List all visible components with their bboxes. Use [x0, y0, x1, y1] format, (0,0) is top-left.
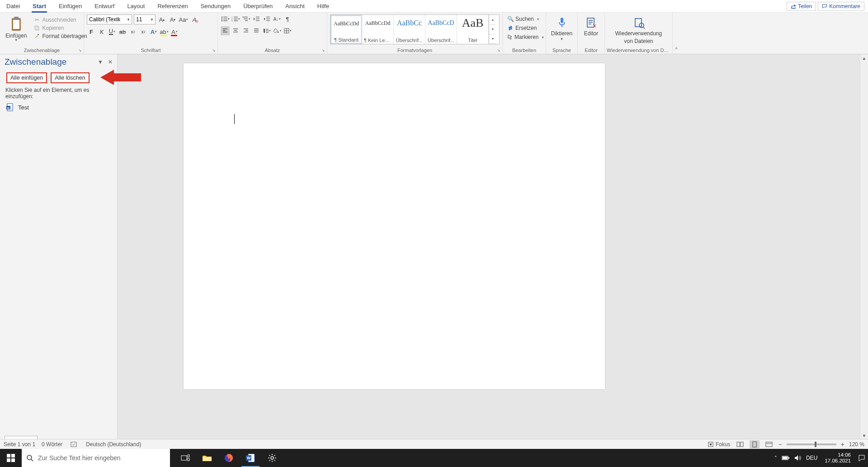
replace-icon: [507, 25, 514, 31]
focus-mode-button[interactable]: Fokus: [708, 441, 731, 448]
paste-all-button[interactable]: Alle einfügen: [6, 72, 47, 83]
tab-layout[interactable]: Layout: [121, 0, 151, 13]
zoom-out-button[interactable]: −: [778, 441, 782, 448]
taskbar-explorer[interactable]: [196, 449, 218, 467]
tab-ueberpruefen[interactable]: Überprüfen: [237, 0, 279, 13]
status-page[interactable]: Seite 1 von 1: [4, 441, 35, 448]
status-language[interactable]: Deutsch (Deutschland): [86, 441, 141, 448]
pane-close-button[interactable]: ✕: [106, 58, 114, 66]
numbering-button[interactable]: 123: [231, 14, 240, 24]
read-mode-button[interactable]: [735, 440, 745, 448]
decrease-indent-button[interactable]: [252, 14, 261, 24]
start-button[interactable]: [0, 449, 22, 467]
font-name-combo[interactable]: Calibri (Textk ▼: [87, 14, 132, 24]
tab-sendungen[interactable]: Sendungen: [194, 0, 237, 13]
grow-font-button[interactable]: A▴: [157, 15, 166, 24]
share-button[interactable]: Teilen: [787, 2, 816, 11]
find-button[interactable]: 🔍 Suchen ▼: [505, 15, 543, 23]
align-center-button[interactable]: [231, 26, 240, 35]
collapse-ribbon-button[interactable]: ^: [673, 13, 680, 54]
multilevel-list-button[interactable]: [241, 14, 250, 24]
reuse-files-button[interactable]: Wiederverwendung von Dateien: [608, 14, 670, 46]
shrink-font-button[interactable]: A▾: [168, 15, 177, 24]
editor-button[interactable]: Editor: [580, 14, 602, 38]
justify-button[interactable]: [252, 26, 261, 35]
paste-button[interactable]: Einfügen ▼: [3, 14, 29, 44]
style-no-spacing[interactable]: AaBbCcDd ¶ Kein Lee...: [362, 15, 394, 44]
zoom-in-button[interactable]: +: [841, 441, 844, 448]
document-surface[interactable]: [118, 54, 860, 451]
zoom-slider[interactable]: [787, 443, 836, 445]
volume-icon[interactable]: [794, 455, 802, 461]
tab-ansicht[interactable]: Ansicht: [279, 0, 311, 13]
taskbar-word[interactable]: W: [240, 449, 261, 467]
clear-all-button[interactable]: Alle löschen: [51, 72, 89, 83]
input-language[interactable]: DEU: [806, 455, 817, 461]
select-button[interactable]: Markieren ▼: [505, 33, 543, 41]
clear-formatting-button[interactable]: A⊘: [190, 15, 199, 24]
document-page[interactable]: [184, 63, 605, 389]
taskbar-firefox[interactable]: [218, 449, 240, 467]
styles-gallery[interactable]: AaBbCcDd ¶ Standard AaBbCcDd ¶ Kein Lee.…: [330, 14, 500, 44]
borders-button[interactable]: [283, 26, 292, 35]
pane-options-dropdown[interactable]: ▼: [96, 58, 104, 66]
italic-button[interactable]: K: [97, 27, 106, 36]
status-words[interactable]: 0 Wörter: [42, 441, 62, 448]
status-zoom[interactable]: 120 %: [849, 441, 864, 448]
tab-entwurf[interactable]: Entwurf: [88, 0, 121, 13]
align-left-button[interactable]: [221, 26, 230, 35]
paragraph-launcher[interactable]: ↘: [321, 48, 326, 53]
taskbar-settings[interactable]: [261, 449, 283, 467]
strikethrough-button[interactable]: ab: [118, 27, 127, 36]
styles-scroll[interactable]: ▴ ▾ ▾: [489, 15, 496, 44]
tray-chevron-up-icon[interactable]: ˄: [774, 455, 777, 461]
style-heading1[interactable]: AaBbCc Überschrif...: [394, 15, 425, 44]
group-paragraph: 123 A↓ ¶ Absatz ↘: [218, 13, 327, 54]
spellcheck-icon[interactable]: [69, 441, 80, 448]
superscript-button[interactable]: x2: [139, 27, 148, 36]
underline-button[interactable]: U: [108, 27, 117, 36]
increase-indent-button[interactable]: [262, 14, 271, 24]
print-layout-button[interactable]: [750, 440, 760, 448]
battery-icon[interactable]: [782, 455, 790, 461]
tab-referenzen[interactable]: Referenzen: [151, 0, 194, 13]
tab-start[interactable]: Start: [26, 0, 52, 13]
bold-button[interactable]: F: [87, 27, 96, 36]
scroll-up-icon[interactable]: ▲: [860, 54, 868, 62]
tab-einfuegen[interactable]: Einfügen: [52, 0, 88, 13]
show-marks-button[interactable]: ¶: [283, 14, 292, 24]
sort-button[interactable]: A↓: [273, 14, 282, 24]
dictate-button[interactable]: Diktieren ▼: [549, 14, 575, 43]
highlight-color-button[interactable]: ab: [160, 27, 169, 36]
taskbar-search[interactable]: Zur Suche Text hier eingeben: [22, 449, 170, 467]
replace-button[interactable]: Ersetzen: [505, 24, 543, 32]
style-heading2[interactable]: AaBbCcD Überschrif...: [425, 15, 457, 44]
font-color-button[interactable]: A: [170, 27, 179, 36]
web-layout-button[interactable]: [764, 440, 774, 448]
font-size-combo[interactable]: 11 ▼: [134, 14, 156, 24]
subscript-button[interactable]: x2: [128, 27, 137, 36]
notifications-icon[interactable]: [858, 454, 865, 462]
styles-launcher[interactable]: ↘: [496, 48, 501, 53]
styles-more-icon[interactable]: ▾: [489, 34, 496, 44]
format-painter-button[interactable]: Format übertragen: [32, 33, 89, 40]
bullets-button[interactable]: [221, 14, 230, 24]
comments-button[interactable]: Kommentare: [818, 2, 864, 11]
clipboard-launcher[interactable]: ↘: [77, 48, 83, 53]
tab-hilfe[interactable]: Hilfe: [311, 0, 335, 13]
tab-datei[interactable]: Datei: [0, 0, 26, 13]
font-launcher[interactable]: ↘: [211, 48, 217, 53]
vertical-scrollbar[interactable]: ▲ ▼: [860, 54, 868, 440]
chevron-up-icon[interactable]: ▴: [489, 15, 496, 24]
line-spacing-button[interactable]: [262, 26, 271, 35]
taskbar-clock[interactable]: 14:06 17.06.2021: [822, 452, 854, 464]
text-effects-button[interactable]: A: [149, 27, 158, 36]
task-view-button[interactable]: [175, 449, 196, 467]
shading-button[interactable]: [273, 26, 282, 35]
style-title[interactable]: AaB Titel: [457, 15, 489, 44]
change-case-button[interactable]: Aa: [179, 15, 188, 24]
clipboard-item[interactable]: W Test: [0, 102, 117, 112]
style-standard[interactable]: AaBbCcDd ¶ Standard: [330, 15, 362, 44]
align-right-button[interactable]: [241, 26, 250, 35]
chevron-down-icon[interactable]: ▾: [489, 24, 496, 34]
